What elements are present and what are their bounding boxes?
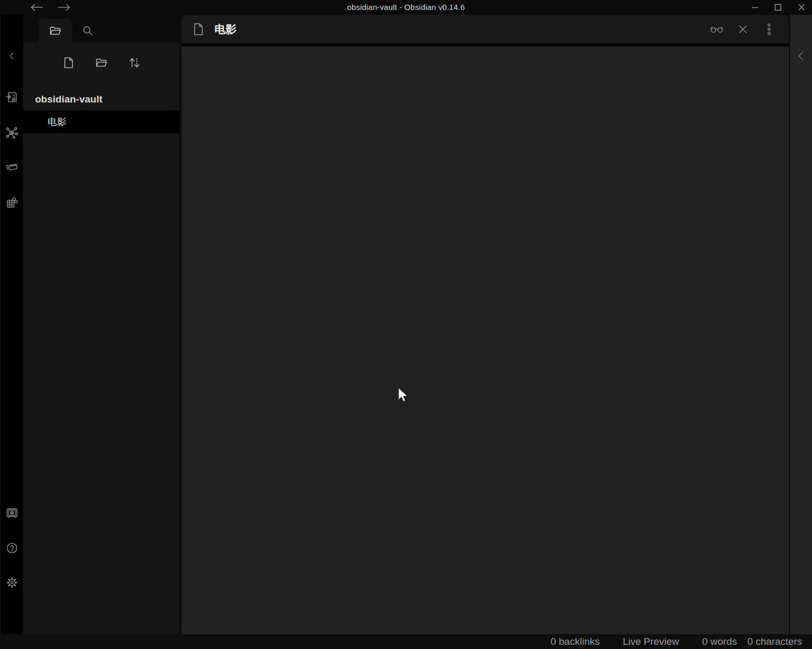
settings-button[interactable] (6, 576, 18, 589)
reading-view-button[interactable] (710, 23, 723, 36)
file-explorer-actions (23, 42, 179, 69)
chevron-left-icon (8, 52, 16, 60)
navigate-back-button[interactable] (28, 1, 46, 14)
view-mode-status[interactable]: Live Preview (623, 636, 679, 647)
file-item-selected[interactable]: 电影 (23, 110, 179, 133)
new-note-button[interactable] (62, 56, 75, 69)
left-sidebar: obsidian-vault 电影 (23, 15, 179, 634)
command-palette-button[interactable] (6, 161, 18, 174)
document-icon (193, 22, 204, 36)
status-bar: 0 backlinks Live Preview 0 words 0 chara… (0, 634, 812, 649)
navigate-forward-button[interactable] (55, 1, 73, 14)
graph-view-button[interactable] (6, 127, 18, 139)
new-folder-icon (95, 56, 108, 69)
titlebar: obsidian-vault - Obsidian v0.14.6 (0, 0, 812, 15)
vault-switcher-icon (6, 507, 18, 519)
word-count: 0 words (702, 636, 737, 647)
close-icon (738, 25, 748, 34)
quick-switcher-icon (6, 91, 18, 104)
reading-view-glasses-icon (710, 23, 724, 36)
tab-file-explorer[interactable] (39, 19, 72, 42)
close-tab-button[interactable] (737, 23, 749, 36)
sort-order-icon (128, 56, 141, 69)
more-options-button[interactable] (763, 23, 775, 36)
maximize-button[interactable] (770, 1, 786, 14)
sort-order-button[interactable] (128, 56, 141, 69)
character-count: 0 characters (747, 636, 802, 647)
collapse-left-sidebar-button[interactable] (6, 50, 18, 62)
maximize-icon (774, 4, 782, 11)
quick-switcher-button[interactable] (6, 91, 18, 104)
vault-title: obsidian-vault (23, 93, 179, 106)
minimize-icon (751, 4, 759, 11)
settings-gear-icon (6, 576, 18, 589)
folder-icon (49, 25, 62, 37)
help-icon (6, 542, 18, 554)
minimize-button[interactable] (747, 1, 763, 14)
random-note-button[interactable] (6, 196, 18, 209)
sidebar-tab-strip (23, 15, 179, 42)
editor-tab-header: 电影 (182, 15, 789, 43)
random-note-icon (6, 196, 18, 209)
left-ribbon (0, 15, 24, 634)
open-vault-button[interactable] (6, 507, 18, 519)
file-explorer-panel: obsidian-vault 电影 (23, 42, 179, 634)
new-note-icon (63, 56, 74, 69)
editor-pane: 电影 (182, 15, 789, 634)
search-icon (82, 25, 94, 37)
obsidian-window: obsidian-vault - Obsidian v0.14.6 (0, 0, 812, 649)
backlinks-count: 0 backlinks (550, 636, 600, 647)
window-title: obsidian-vault - Obsidian v0.14.6 (0, 0, 812, 15)
new-folder-button[interactable] (95, 56, 108, 69)
more-options-kebab-icon (766, 23, 772, 36)
help-button[interactable] (6, 542, 18, 554)
expand-right-sidebar-button[interactable] (795, 50, 807, 62)
close-icon (798, 4, 805, 11)
right-sidebar-strip (790, 15, 812, 634)
chevron-left-icon (796, 51, 806, 61)
editor-header-actions (710, 23, 775, 36)
forward-arrow-icon (58, 3, 71, 12)
graph-view-icon (6, 127, 18, 139)
close-window-button[interactable] (794, 1, 809, 14)
tab-search[interactable] (73, 19, 103, 42)
note-title: 电影 (215, 22, 236, 37)
command-palette-icon (6, 161, 18, 174)
back-arrow-icon (30, 3, 43, 12)
note-content-area[interactable] (182, 47, 789, 634)
